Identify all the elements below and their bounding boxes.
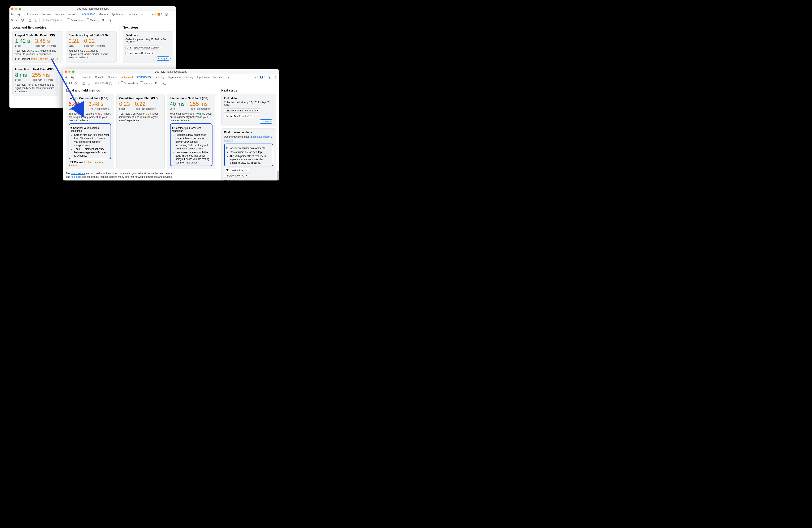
local-metrics-link[interactable]: local metrics: [71, 172, 85, 175]
tab-recorder[interactable]: Recorder: [213, 74, 224, 80]
tab-memory[interactable]: Memory: [155, 74, 165, 80]
tip: Screen size can influence what the LCP e…: [74, 133, 109, 147]
tab-sources[interactable]: Sources: [54, 12, 64, 17]
devtools-window-2: DevTools - fonts.google.com/ Elements Co…: [63, 69, 279, 181]
lcp-local-value: 6.88 s: [69, 101, 84, 107]
trash-icon[interactable]: [101, 18, 104, 22]
tab-network[interactable]: Network: [67, 12, 77, 17]
card-lcp: Largest Contentful Paint (LCP) 6.88 sLoc…: [66, 94, 114, 169]
tab-console[interactable]: Console: [95, 74, 105, 80]
perf-toolbar: (no recordings) ▼ Screenshots Memory: [63, 80, 279, 86]
device-select[interactable]: Device: Auto (Desktop)▼: [224, 114, 253, 118]
inp-field-value: 255 ms: [32, 72, 53, 78]
tab-elements[interactable]: Elements: [27, 12, 38, 17]
tab-application[interactable]: Application: [111, 12, 125, 17]
tab-memory[interactable]: Memory: [98, 12, 108, 17]
close-icon[interactable]: [64, 71, 67, 73]
window-title: DevTools - fonts.google.com/: [76, 8, 109, 10]
consider-summary[interactable]: Consider real user environments: [226, 147, 272, 149]
lcp-element[interactable]: LCP Element h1.tile__header--title.mat: [69, 161, 111, 167]
lcp-field-value: 3.48 s: [35, 38, 56, 44]
chevron-down-icon[interactable]: ▼: [61, 19, 63, 21]
field-data-card: Field data Collection period: Aug 27, 20…: [221, 94, 276, 126]
panel-settings-icon[interactable]: [162, 82, 165, 85]
env-settings-card: Environment settings Use the device tool…: [221, 128, 276, 181]
device-toolbar-icon[interactable]: [17, 13, 21, 16]
card-inp: Interaction to Next Paint (INP) 40 msLoc…: [167, 94, 215, 169]
clear-icon[interactable]: [21, 18, 24, 22]
memory-checkbox[interactable]: Memory: [87, 18, 99, 22]
url-select[interactable]: URL: https://fonts.google.com/▼: [126, 45, 161, 50]
panel-settings-icon[interactable]: [108, 18, 112, 22]
tab-console[interactable]: Console: [41, 12, 51, 17]
minimize-icon[interactable]: [68, 71, 71, 73]
configure-button[interactable]: Configure: [259, 119, 273, 124]
device-select[interactable]: Device: Auto (Desktop)▼: [126, 51, 155, 55]
issues-badge[interactable]: ▲3 !2: [151, 13, 162, 16]
highlight-ring: Consider your local test conditions Scre…: [69, 124, 111, 159]
trash-icon[interactable]: [155, 82, 158, 85]
record-icon[interactable]: [11, 19, 13, 21]
screenshots-checkbox[interactable]: Screenshots: [121, 82, 138, 85]
inspect-icon[interactable]: [64, 75, 68, 79]
chevron-down-icon[interactable]: ▼: [114, 82, 116, 84]
record-icon[interactable]: [64, 82, 67, 84]
tab-elements[interactable]: Elements: [80, 74, 92, 80]
clear-icon[interactable]: [74, 82, 77, 85]
screenshots-checkbox[interactable]: Screenshots: [67, 18, 85, 22]
scrollbar[interactable]: [277, 170, 278, 181]
section-heading: Local and field metrics: [12, 26, 117, 29]
tab-security[interactable]: Security: [127, 12, 137, 17]
more-tabs-icon[interactable]: »: [140, 13, 144, 16]
tab-security[interactable]: Security: [184, 74, 194, 80]
consider-summary[interactable]: Consider your local test conditions: [71, 127, 109, 132]
help-icon[interactable]: ⓘ: [255, 180, 258, 181]
zoom-icon[interactable]: [19, 8, 21, 10]
tab-performance[interactable]: Performance: [80, 11, 96, 17]
consider-details[interactable]: Consider your local test conditions Scre…: [71, 127, 109, 157]
inspect-icon[interactable]: [11, 13, 14, 16]
kebab-icon[interactable]: ⋮: [274, 75, 277, 79]
upload-icon[interactable]: [29, 18, 32, 22]
consider-summary[interactable]: Consider your local test conditions: [172, 127, 211, 132]
url-select[interactable]: URL: https://fonts.google.com/▼: [224, 109, 260, 113]
settings-icon[interactable]: [165, 13, 168, 16]
memory-checkbox[interactable]: Memory: [140, 82, 153, 85]
svg-point-9: [269, 77, 270, 78]
configure-button[interactable]: Configure: [156, 56, 171, 61]
minimize-icon[interactable]: [15, 8, 17, 10]
consider-details[interactable]: Consider your local test conditions Real…: [172, 127, 211, 164]
card-inp: Interaction to Next Paint (INP) 8 msLoca…: [12, 65, 58, 96]
reload-record-icon[interactable]: [15, 18, 19, 22]
settings-icon[interactable]: [268, 75, 271, 79]
kebab-icon[interactable]: ⋮: [171, 13, 175, 16]
highlight-ring: Consider real user environments 83% of u…: [224, 144, 273, 167]
consider-details[interactable]: Consider real user environments 83% of u…: [226, 147, 272, 165]
traffic-lights: [11, 8, 21, 10]
download-icon[interactable]: [87, 82, 91, 85]
tab-network[interactable]: ▲ Network: [121, 74, 134, 80]
tab-performance[interactable]: Performance: [137, 74, 152, 80]
tab-sources[interactable]: Sources: [107, 74, 118, 80]
close-icon[interactable]: [11, 8, 13, 10]
more-tabs-icon[interactable]: »: [227, 75, 231, 79]
zoom-icon[interactable]: [72, 71, 74, 73]
recordings-dropdown[interactable]: (no recordings): [95, 82, 112, 85]
reload-record-icon[interactable]: [69, 82, 72, 85]
download-icon[interactable]: [34, 18, 37, 22]
disable-cache-checkbox[interactable]: Disable network cache ⓘ: [224, 180, 273, 181]
issues-badge[interactable]: ▲1 💬2: [254, 76, 265, 79]
tab-application[interactable]: Application: [168, 74, 181, 80]
device-toolbar-icon[interactable]: [71, 75, 74, 79]
collection-period: Collection period: Aug 27, 2024 - Sep 23…: [126, 38, 171, 44]
recordings-dropdown[interactable]: (no recordings): [42, 19, 59, 22]
cls-local-value: 0.23: [119, 101, 130, 107]
lcp-element[interactable]: LCP Element div.tile__text.tile__edu_a: [15, 57, 61, 60]
upload-icon[interactable]: [82, 82, 85, 85]
cpu-throttle-select[interactable]: CPU: No throttling▼: [224, 168, 249, 172]
tab-lighthouse[interactable]: Lighthouse: [197, 74, 210, 80]
network-throttle-select[interactable]: Network: Slow 4G▼: [224, 173, 249, 178]
field-data-link[interactable]: field data: [71, 175, 81, 179]
env-heading: Environment settings: [224, 131, 273, 134]
field-data-card: Field data Collection period: Aug 27, 20…: [123, 31, 173, 63]
